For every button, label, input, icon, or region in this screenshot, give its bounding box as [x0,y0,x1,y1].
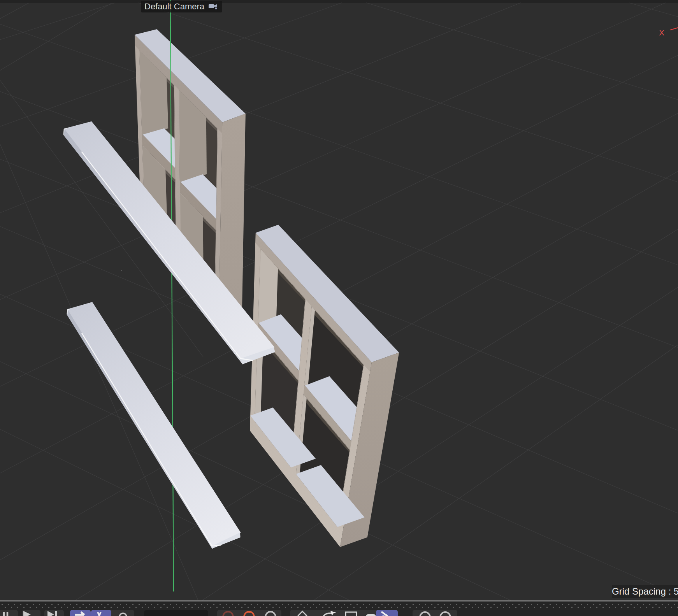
svg-text:X: X [659,28,664,37]
